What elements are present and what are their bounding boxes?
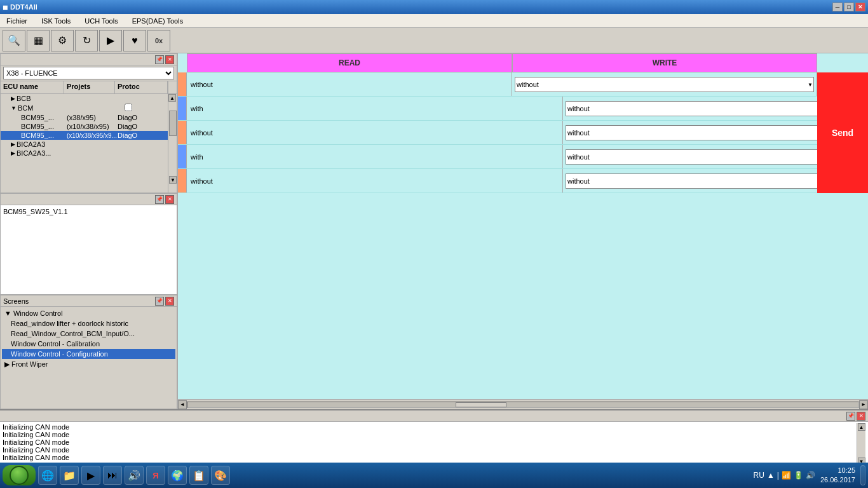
screen-read-window-control[interactable]: Read_Window_Control_BCM_Input/O... <box>2 329 175 339</box>
menu-isk-tools[interactable]: ISK Tools <box>37 16 74 26</box>
screens-tree[interactable]: ▼ Window Control Read_window lifter + do… <box>1 307 177 409</box>
tree-item-bcb[interactable]: ▶ BCB <box>1 94 168 103</box>
screen-window-calibration[interactable]: Window Control - Calibration <box>2 339 175 349</box>
close-button[interactable]: ✕ <box>855 3 865 11</box>
taskbar-app2-icon[interactable]: 🎨 <box>211 466 230 485</box>
screens-panel-close-button[interactable]: ✕ <box>165 297 174 306</box>
tree-item-bcm[interactable]: ▼ BCM <box>1 103 168 113</box>
ecu-vertical-scrollbar[interactable]: ▲ ▼ <box>168 94 177 193</box>
row-5-indicator <box>178 169 187 193</box>
toolbar-search-button[interactable]: 🔍 <box>3 30 25 51</box>
rw-header: READ WRITE <box>178 53 868 72</box>
tree-col-proj-header: Projets <box>64 81 115 93</box>
tree-col-proto-header: Protoc <box>115 81 168 93</box>
menu-uch-tools[interactable]: UCH Tools <box>81 16 121 26</box>
log-scroll-up[interactable]: ▲ <box>858 423 865 431</box>
clock-date: 26.06.2017 <box>820 475 855 485</box>
taskbar: 🌐 📁 ▶ ⏭ 🔊 Я 🌍 📋 🎨 RU ▲ | 📶 🔋 🔊 10:25 26.… <box>0 463 868 488</box>
info-content: BCM95_SW25_V1.1 <box>1 205 177 294</box>
row-5-read: without <box>187 169 563 193</box>
minimize-button[interactable]: ─ <box>832 3 843 11</box>
bcm-checkbox[interactable] <box>125 104 132 111</box>
bica2a3b-arrow: ▶ <box>11 150 15 156</box>
clock-time: 10:25 <box>820 466 855 475</box>
tree-item-bcm95-1[interactable]: BCM95_... (x38/x95) DiagO <box>1 113 168 122</box>
log-pin-button[interactable]: 📌 <box>846 412 855 421</box>
screen-window-configuration[interactable]: Window Control - Configuration <box>2 349 175 359</box>
scroll-down-btn[interactable]: ▼ <box>169 176 177 184</box>
data-row-1: without without with Send <box>178 72 868 97</box>
info-panel-header: 📌 ✕ <box>1 194 177 205</box>
log-close-button[interactable]: ✕ <box>857 412 865 421</box>
ecu-panel-pin-button[interactable]: 📌 <box>155 55 164 64</box>
tray-icon-2: 📶 <box>782 471 791 480</box>
scroll-left-btn[interactable]: ◄ <box>178 400 187 409</box>
taskbar-app1-icon[interactable]: 📋 <box>189 466 208 485</box>
scroll-thumb[interactable] <box>456 402 506 407</box>
ecu-panel-close-button[interactable]: ✕ <box>165 55 174 64</box>
row-1-indicator <box>178 72 187 96</box>
row-1-write-select[interactable]: without with <box>515 77 814 92</box>
taskbar-media-icon[interactable]: ▶ <box>81 466 100 485</box>
tree-item-bcm95-3[interactable]: BCM95_... (x10/x38/x95/x9... DiagO <box>1 131 168 140</box>
info-panel-pin-button[interactable]: 📌 <box>155 195 164 204</box>
log-scrollbar[interactable]: ▲ ▼ <box>857 423 865 465</box>
log-area: 📌 ✕ Initializing CAN mode Initializing C… <box>0 409 868 466</box>
scroll-right-btn[interactable]: ► <box>859 400 868 409</box>
data-row-4: with without with <box>178 145 868 169</box>
screens-panel-title: Screens <box>3 297 29 305</box>
taskbar-speaker-icon[interactable]: 🔊 <box>125 466 144 485</box>
taskbar-chrome-icon[interactable]: 🌍 <box>168 466 187 485</box>
info-panel-close-button[interactable]: ✕ <box>165 195 174 204</box>
data-rows: without without with Send with <box>178 72 868 399</box>
right-area: READ WRITE without without with <box>178 53 868 409</box>
toolbar-gear-button[interactable]: ⚙ <box>51 30 74 51</box>
ecu-panel-header: 📌 ✕ <box>1 54 177 65</box>
taskbar-ie-icon[interactable]: 🌐 <box>38 466 57 485</box>
tree-scroll[interactable]: ▶ BCB ▼ BCM <box>1 94 177 193</box>
rw-write-header: WRITE <box>512 53 817 72</box>
bcm95-3-proto: DiagO <box>118 132 137 139</box>
bcm95-1-proj: (x38/x95) <box>67 114 118 121</box>
taskbar-folder-icon[interactable]: 📁 <box>60 466 79 485</box>
taskbar-next-icon[interactable]: ⏭ <box>103 466 122 485</box>
bcm95-2-label: BCM95_... <box>21 123 67 130</box>
tray-up-arrow: ▲ <box>767 471 775 480</box>
bcm95-3-proj: (x10/x38/x95/x9... <box>67 132 118 139</box>
screen-front-wiper[interactable]: ▶ Front Wiper <box>2 359 175 370</box>
toolbar-refresh-button[interactable]: ↻ <box>75 30 98 51</box>
log-text: Initializing CAN mode Initializing CAN m… <box>3 423 857 465</box>
toolbar-heart-button[interactable]: ♥ <box>123 30 146 51</box>
data-row-3: without without with <box>178 121 868 145</box>
menu-fichier[interactable]: Fichier <box>3 16 31 26</box>
scroll-track[interactable] <box>187 402 859 408</box>
screen-read-window[interactable]: Read_window lifter + doorlock historic <box>2 318 175 329</box>
tree-item-bica2a3b[interactable]: ▶ BICA2A3... <box>1 149 168 158</box>
toolbar-hex-button[interactable]: 0x <box>147 30 170 51</box>
row-1-read-value: without <box>191 81 213 88</box>
bcm95-1-proto: DiagO <box>118 114 137 121</box>
scroll-thumb[interactable] <box>169 111 177 136</box>
start-button[interactable] <box>3 465 36 485</box>
maximize-button[interactable]: □ <box>844 3 854 11</box>
screens-panel-pin-button[interactable]: 📌 <box>155 297 164 306</box>
bcm95-1-label: BCM95_... <box>21 114 67 121</box>
menu-eps-tools[interactable]: EPS(DAE) Tools <box>128 16 187 26</box>
tray-icon-1: | <box>777 471 779 480</box>
right-area-scrollbar[interactable]: ◄ ► <box>178 399 868 409</box>
screen-window-control[interactable]: ▼ Window Control <box>2 308 175 318</box>
send-button[interactable]: Send <box>817 72 868 193</box>
tree-item-bica2a3[interactable]: ▶ BICA2A3 <box>1 140 168 149</box>
screens-panel-header: Screens 📌 ✕ <box>1 295 177 307</box>
ecu-dropdown[interactable]: X38 - FLUENCE <box>3 67 174 79</box>
log-line-4: Initializing CAN mode <box>3 446 857 454</box>
tree-item-bcm95-2[interactable]: BCM95_... (x10/x38/x95) DiagO <box>1 122 168 131</box>
toolbar-play-button[interactable]: ▶ <box>99 30 122 51</box>
row-1-read: without <box>187 72 512 96</box>
left-panels: 📌 ✕ X38 - FLUENCE ECU name Projets Proto… <box>0 53 178 409</box>
taskbar-yandex-icon[interactable]: Я <box>146 466 165 485</box>
toolbar-grid-button[interactable]: ▦ <box>27 30 50 51</box>
scroll-up-btn[interactable]: ▲ <box>168 94 176 102</box>
show-desktop-button[interactable] <box>860 465 865 485</box>
ecu-dropdown-bar: X38 - FLUENCE <box>1 65 177 81</box>
